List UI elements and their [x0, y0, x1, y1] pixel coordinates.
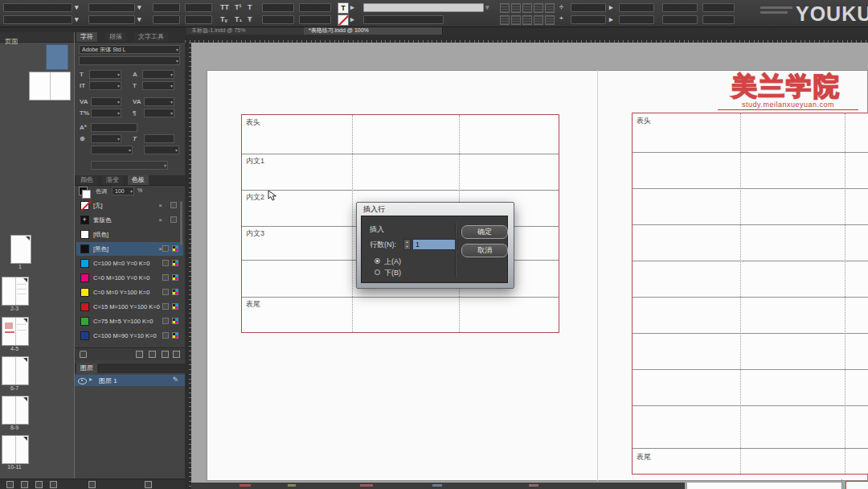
- leading-field[interactable]: ▾: [142, 70, 174, 79]
- toolbar-hscale-field[interactable]: [299, 15, 331, 24]
- language-dropdown-2[interactable]: ▾: [144, 146, 179, 154]
- toolbar-size-field[interactable]: [153, 3, 180, 12]
- table-cell[interactable]: 内文3: [246, 228, 264, 239]
- toolbar-size-field-2[interactable]: [88, 15, 135, 24]
- footer-icon-4[interactable]: [50, 481, 57, 488]
- toolbar-style-field[interactable]: [88, 3, 135, 12]
- indent-icon-3[interactable]: [522, 15, 532, 25]
- right-table[interactable]: 表头 表尾: [632, 113, 868, 475]
- font-size-field[interactable]: ▾: [89, 70, 121, 79]
- swatch-row-black[interactable]: [黑色] ×: [76, 242, 183, 256]
- language-dropdown-1[interactable]: ▾: [91, 146, 133, 154]
- layer-row[interactable]: ▸ 图层 1 ✎: [75, 375, 185, 386]
- indent-icon-2[interactable]: [511, 15, 521, 25]
- all-caps-icon[interactable]: TT: [220, 3, 229, 12]
- page-thumbnail-4-5[interactable]: [2, 317, 29, 346]
- tab-gradient[interactable]: 渐变: [102, 175, 123, 185]
- last-line-indent-field[interactable]: [619, 15, 654, 24]
- cancel-button[interactable]: 取消: [461, 244, 508, 257]
- underline-icon[interactable]: T: [248, 3, 252, 12]
- page-thumbnail-1[interactable]: [10, 235, 31, 264]
- swatch-row-red[interactable]: C=15 M=100 Y=100 K=0: [76, 300, 183, 314]
- footer-icon-2[interactable]: [21, 481, 28, 488]
- swatch-row-yellow[interactable]: C=0 M=0 Y=100 K=0: [76, 286, 183, 299]
- indent-icon-5[interactable]: [545, 15, 555, 25]
- stroke-proxy-icon[interactable]: [82, 190, 91, 199]
- subscript-icon[interactable]: T₁: [235, 15, 242, 24]
- swatch-row-magenta[interactable]: C=0 M=100 Y=0 K=0: [76, 271, 183, 285]
- align-left-icon[interactable]: [500, 3, 510, 13]
- horizontal-ruler[interactable]: 0102030405060708090100110120130140150160…: [185, 35, 868, 43]
- table-cell[interactable]: 表头: [246, 117, 260, 128]
- radio-above-label[interactable]: 上(A): [384, 257, 401, 267]
- tab-layers[interactable]: 图层: [76, 364, 97, 373]
- footer-icon-1[interactable]: [6, 481, 14, 488]
- toolbar-baseline-field[interactable]: [153, 15, 180, 24]
- toolbar-vscale-field[interactable]: [262, 15, 294, 24]
- page-thumbnail-8-9[interactable]: [2, 396, 29, 425]
- grid-field[interactable]: ▾: [144, 109, 174, 117]
- tab-color[interactable]: 颜色: [76, 175, 97, 185]
- table-cell[interactable]: 内文2: [246, 192, 264, 203]
- rows-count-stepper[interactable]: ▲▼: [403, 239, 411, 250]
- toolbar-kerning-field[interactable]: [262, 3, 294, 12]
- fill-color-icon[interactable]: T: [338, 2, 349, 14]
- paragraph-style-dropdown[interactable]: [363, 3, 484, 12]
- expand-arrow-icon[interactable]: ▸: [89, 376, 92, 383]
- tint-field[interactable]: 100▾: [112, 187, 134, 195]
- small-caps-icon[interactable]: Tᵥ: [220, 15, 227, 24]
- indent-icon-4[interactable]: [534, 15, 543, 25]
- delete-swatch-icon[interactable]: [162, 351, 169, 358]
- indent-icon-1[interactable]: [500, 15, 510, 25]
- swatch-row-cyan[interactable]: C=100 M=0 Y=0 K=0: [76, 257, 183, 270]
- page-thumbnail-2-3[interactable]: [2, 277, 29, 306]
- page-thumbnail-6-7[interactable]: [2, 356, 29, 385]
- justify-icon[interactable]: [534, 3, 543, 13]
- font-family-dropdown[interactable]: Adobe 宋体 Std L▾: [79, 45, 180, 54]
- toolbar-font-field[interactable]: [3, 3, 72, 12]
- swatch-row-registration[interactable]: 套版色 ×: [76, 213, 183, 227]
- table-cell[interactable]: 内文1: [246, 156, 264, 166]
- rotation-field[interactable]: ▾: [91, 134, 121, 143]
- tracking-field[interactable]: ▾: [144, 97, 174, 106]
- vertical-ruler[interactable]: [185, 43, 191, 489]
- ok-button[interactable]: 确定: [461, 225, 508, 239]
- kinsoku-dropdown[interactable]: ▾: [91, 161, 168, 170]
- table-cell[interactable]: 表尾: [637, 452, 651, 462]
- document-canvas[interactable]: 表头 内文1 内文2 内文3 表尾 表头 表尾 美兰学院 study.meila…: [191, 43, 868, 489]
- toolbar-skew-field[interactable]: [185, 15, 212, 24]
- align-center-icon[interactable]: [511, 3, 521, 13]
- justify-all-icon[interactable]: [545, 3, 555, 13]
- master-page-thumbnail[interactable]: [46, 44, 68, 70]
- radio-below-label[interactable]: 下(B): [384, 268, 401, 278]
- trash-icon[interactable]: [173, 351, 180, 358]
- drop-cap-field[interactable]: [702, 3, 735, 12]
- swatch-row-blue[interactable]: C=100 M=90 Y=10 K=0: [76, 329, 183, 343]
- proportional-field[interactable]: ▾: [91, 109, 121, 117]
- indent-right-field[interactable]: [619, 3, 654, 12]
- insert-rows-dialog[interactable]: 插入行 插入 行数(N): ▲▼ 1 上(A) 下(B) 确定 取消: [356, 202, 514, 289]
- table-cell[interactable]: 表头: [637, 116, 651, 126]
- space-before-field[interactable]: [662, 3, 698, 12]
- toolbar-font-field-2[interactable]: [3, 15, 72, 24]
- swatch-row-green[interactable]: C=75 M=5 Y=100 K=0: [76, 314, 183, 328]
- indent-left-field[interactable]: [571, 3, 606, 12]
- tab-paragraph[interactable]: 段落: [105, 32, 126, 42]
- page-thumbnail-10-11[interactable]: [2, 435, 29, 464]
- swatch-row-none[interactable]: [无] ×: [76, 199, 183, 212]
- new-color-group-icon[interactable]: [136, 351, 143, 358]
- strikethrough-icon[interactable]: Ŧ: [248, 15, 252, 24]
- spread-thumbnail-large[interactable]: [29, 72, 71, 101]
- toolbar-tracking-field[interactable]: [299, 3, 331, 12]
- drop-cap-chars-field[interactable]: [702, 15, 735, 24]
- space-after-field[interactable]: [662, 15, 698, 24]
- footer-icon-5[interactable]: [88, 481, 96, 488]
- stroke-none-icon[interactable]: [338, 14, 349, 26]
- horizontal-scale-field[interactable]: ▾: [142, 81, 174, 90]
- swatches-scrollbar[interactable]: [180, 201, 182, 245]
- tab-character[interactable]: 字符: [76, 32, 97, 42]
- pages-panel-header[interactable]: 页面: [0, 32, 74, 43]
- vertical-scale-field[interactable]: ▾: [89, 81, 121, 90]
- skew-field[interactable]: [144, 134, 174, 143]
- swatch-row-paper[interactable]: [纸色]: [76, 228, 183, 241]
